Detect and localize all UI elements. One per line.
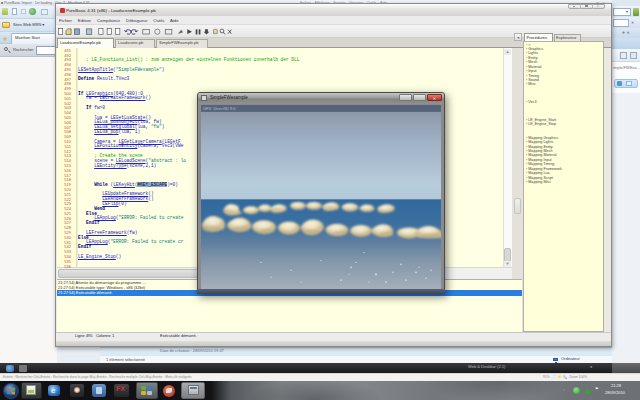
svg-text:GFX: Direct3D 9.0: GFX: Direct3D 9.0 <box>203 106 236 111</box>
